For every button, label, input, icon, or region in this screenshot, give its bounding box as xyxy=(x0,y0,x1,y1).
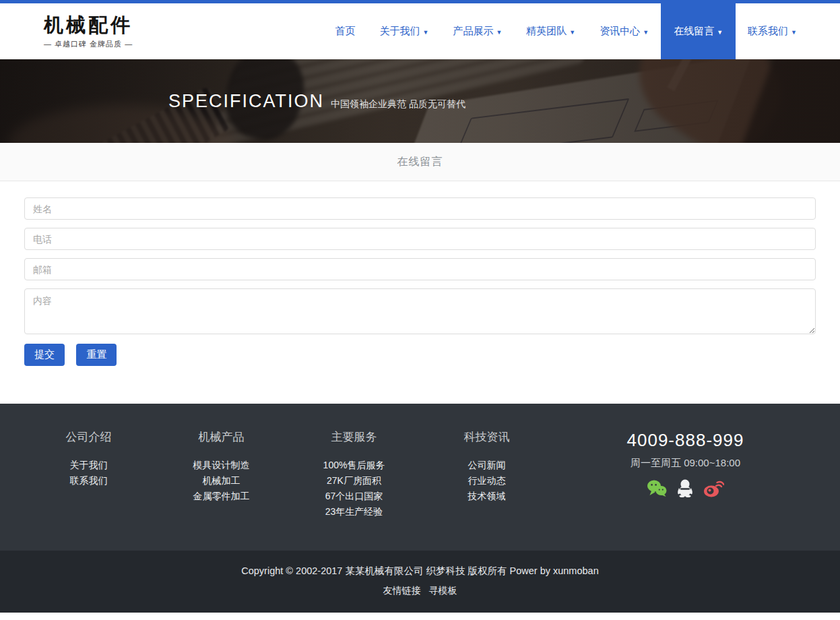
footer-link-factory-area[interactable]: 27K厂房面积 xyxy=(288,473,420,489)
footer-link-contact[interactable]: 联系我们 xyxy=(22,473,155,489)
logo[interactable]: 机械配件 — 卓越口碑 金牌品质 — xyxy=(44,11,133,49)
name-input[interactable] xyxy=(24,197,816,220)
footer-col-title: 机械产品 xyxy=(155,429,288,445)
nav-label: 联系我们 xyxy=(748,25,788,38)
nav-label: 资讯中心 xyxy=(600,25,640,38)
footer-link-about[interactable]: 关于我们 xyxy=(22,458,155,473)
message-form: 提交 重置 xyxy=(0,181,840,404)
footer-link-machining[interactable]: 机械加工 xyxy=(155,473,288,489)
nav-item-contact[interactable]: 联系我们 ▼ xyxy=(736,0,809,59)
main-nav: 首页 关于我们 ▼ 产品展示 ▼ 精英团队 ▼ 资讯中心 ▼ 在线留言 ▼ xyxy=(323,0,809,59)
footer-col-news: 科技资讯 公司新闻 行业动态 技术领域 xyxy=(420,429,553,551)
site-footer: 公司介绍 关于我们 联系我们 机械产品 模具设计制造 机械加工 金属零件加工 主… xyxy=(0,404,840,613)
logo-tagline: — 卓越口碑 金牌品质 — xyxy=(44,39,133,49)
banner-title: SPECIFICATION xyxy=(168,91,324,112)
copyright-bar: Copyright © 2002-2017 某某机械有限公司 织梦科技 版权所有… xyxy=(0,551,840,613)
caret-down-icon: ▼ xyxy=(422,27,428,36)
footer-contact: 4009-888-999 周一至周五 09:00~18:00 xyxy=(553,429,818,551)
nav-label: 首页 xyxy=(335,25,355,38)
top-accent-bar xyxy=(0,0,840,3)
hero-banner: SPECIFICATION 中国领袖企业典范 品质无可替代 xyxy=(0,59,840,143)
nav-item-products[interactable]: 产品展示 ▼ xyxy=(441,0,514,59)
content-textarea[interactable] xyxy=(24,288,816,334)
footer-link-mould[interactable]: 模具设计制造 xyxy=(155,458,288,473)
footer-col-title: 科技资讯 xyxy=(420,429,553,445)
nav-item-message[interactable]: 在线留言 ▼ xyxy=(661,0,736,59)
nav-label: 产品展示 xyxy=(453,25,493,38)
footer-link-industry-news[interactable]: 行业动态 xyxy=(420,473,553,489)
copyright-text: Copyright © 2002-2017 某某机械有限公司 织梦科技 版权所有… xyxy=(0,565,840,578)
footer-link-aftersale[interactable]: 100%售后服务 xyxy=(288,458,420,473)
nav-item-home[interactable]: 首页 xyxy=(323,0,367,59)
footer-link-export-countries[interactable]: 67个出口国家 xyxy=(288,489,420,504)
qq-icon[interactable] xyxy=(676,478,694,497)
footer-link-tech-field[interactable]: 技术领域 xyxy=(420,489,553,504)
business-hours: 周一至周五 09:00~18:00 xyxy=(553,457,818,470)
nav-item-about[interactable]: 关于我们 ▼ xyxy=(367,0,441,59)
footer-col-title: 公司介绍 xyxy=(22,429,155,445)
weibo-icon[interactable] xyxy=(703,479,724,497)
nav-item-news[interactable]: 资讯中心 ▼ xyxy=(587,0,661,59)
footer-columns: 公司介绍 关于我们 联系我们 机械产品 模具设计制造 机械加工 金属零件加工 主… xyxy=(0,404,840,551)
reset-button[interactable]: 重置 xyxy=(76,344,117,366)
footer-link-metal-parts[interactable]: 金属零件加工 xyxy=(155,489,288,504)
footer-col-company: 公司介绍 关于我们 联系我们 xyxy=(22,429,155,551)
caret-down-icon: ▼ xyxy=(569,27,575,36)
footer-col-services: 主要服务 100%售后服务 27K厂房面积 67个出口国家 23年生产经验 xyxy=(288,429,420,551)
site-header: 机械配件 — 卓越口碑 金牌品质 — 首页 关于我们 ▼ 产品展示 ▼ 精英团队… xyxy=(0,0,840,59)
caret-down-icon: ▼ xyxy=(791,27,797,36)
wechat-icon[interactable] xyxy=(647,479,667,497)
footer-link-company-news[interactable]: 公司新闻 xyxy=(420,458,553,473)
friend-links-link[interactable]: 友情链接 xyxy=(383,585,420,596)
footer-col-title: 主要服务 xyxy=(288,429,420,445)
submit-button[interactable]: 提交 xyxy=(24,344,65,366)
template-site-link[interactable]: 寻模板 xyxy=(429,585,457,596)
nav-label: 精英团队 xyxy=(526,25,567,38)
footer-col-products: 机械产品 模具设计制造 机械加工 金属零件加工 xyxy=(155,429,288,551)
phone-input[interactable] xyxy=(24,228,816,250)
social-icons xyxy=(553,478,818,497)
footer-link-experience[interactable]: 23年生产经验 xyxy=(288,504,420,520)
banner-subtitle: 中国领袖企业典范 品质无可替代 xyxy=(331,92,465,111)
logo-title: 机械配件 xyxy=(44,16,133,35)
nav-label: 关于我们 xyxy=(379,25,420,38)
caret-down-icon: ▼ xyxy=(643,27,649,36)
caret-down-icon: ▼ xyxy=(496,27,502,36)
phone-number: 4009-888-999 xyxy=(553,430,818,451)
email-input[interactable] xyxy=(24,258,816,280)
caret-down-icon: ▼ xyxy=(717,27,723,36)
page-title-bar: 在线留言 xyxy=(0,143,840,181)
page-title: 在线留言 xyxy=(397,155,443,169)
nav-item-team[interactable]: 精英团队 ▼ xyxy=(514,0,587,59)
nav-label: 在线留言 xyxy=(674,25,714,38)
